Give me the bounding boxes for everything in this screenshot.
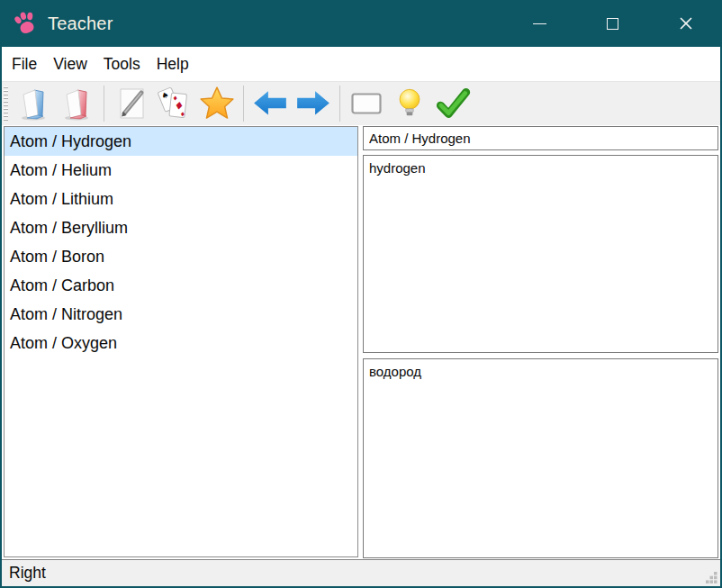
toolbar-button-folder-blue[interactable]	[13, 84, 56, 123]
maximize-icon	[607, 18, 618, 30]
toolbar-separator	[243, 86, 244, 122]
toolbar-separator	[339, 86, 340, 122]
status-text: Right	[9, 564, 46, 583]
window-title: Teacher	[48, 14, 113, 34]
checkmark-icon	[434, 85, 472, 122]
arrow-left-icon	[251, 85, 289, 122]
toolbar-button-blank-card[interactable]	[345, 84, 388, 123]
card-editor: hydrogen водород	[363, 126, 718, 558]
menubar: File View Tools Help	[2, 47, 720, 81]
list-item-oxygen[interactable]: Atom / Oxygen	[5, 329, 357, 357]
list-item-hydrogen[interactable]: Atom / Hydrogen	[5, 127, 357, 156]
toolbar-button-edit-card[interactable]	[109, 84, 152, 123]
toolbar: ♠ ♦ ♦ ♦	[2, 81, 720, 125]
toolbar-button-cards[interactable]: ♠ ♦ ♦ ♦	[152, 84, 195, 123]
star-icon	[198, 85, 236, 122]
folder-red-icon	[59, 86, 95, 122]
paw-icon	[12, 10, 39, 37]
menu-view[interactable]: View	[45, 50, 95, 79]
main-content: Atom / Hydrogen Atom / Helium Atom / Lit…	[2, 125, 720, 559]
toolbar-button-folder-red[interactable]	[56, 84, 99, 123]
card-title-input[interactable]	[363, 126, 718, 150]
list-item-carbon[interactable]: Atom / Carbon	[5, 271, 357, 300]
menu-help[interactable]: Help	[149, 50, 197, 79]
pencil-paper-icon	[113, 86, 149, 122]
toolbar-button-previous[interactable]	[248, 84, 292, 123]
toolbar-separator	[104, 86, 104, 122]
minimize-icon	[533, 23, 546, 24]
card-front-textarea[interactable]: hydrogen	[363, 155, 718, 353]
folder-blue-icon	[16, 86, 52, 122]
list-item-helium[interactable]: Atom / Helium	[5, 156, 357, 185]
list-item-lithium[interactable]: Atom / Lithium	[5, 185, 357, 213]
svg-text:♦: ♦	[179, 111, 185, 119]
window-body: File View Tools Help	[2, 47, 720, 586]
menu-file[interactable]: File	[4, 50, 45, 79]
toolbar-button-hint[interactable]	[388, 84, 431, 123]
toolbar-button-check[interactable]	[431, 84, 474, 123]
lightbulb-icon	[393, 86, 427, 121]
list-item-boron[interactable]: Atom / Boron	[5, 242, 357, 271]
maximize-button[interactable]	[576, 0, 649, 47]
list-item-nitrogen[interactable]: Atom / Nitrogen	[5, 300, 357, 329]
toolbar-button-star[interactable]	[195, 84, 239, 123]
titlebar: Teacher	[0, 0, 722, 47]
svg-text:♦: ♦	[172, 95, 178, 103]
menu-tools[interactable]: Tools	[95, 50, 149, 79]
toolbar-grip[interactable]	[4, 86, 8, 121]
blank-card-icon	[348, 86, 384, 122]
resize-grip-icon[interactable]	[706, 572, 717, 583]
minimize-button[interactable]	[503, 0, 576, 47]
arrow-right-icon	[294, 85, 332, 122]
statusbar: Right	[2, 559, 720, 586]
list-item-beryllium[interactable]: Atom / Beryllium	[5, 213, 357, 242]
close-icon	[679, 16, 693, 31]
card-list[interactable]: Atom / Hydrogen Atom / Helium Atom / Lit…	[4, 126, 358, 557]
playing-cards-icon: ♠ ♦ ♦ ♦	[156, 86, 192, 122]
card-back-textarea[interactable]: водород	[363, 358, 718, 558]
toolbar-button-next[interactable]	[292, 84, 335, 123]
close-button[interactable]	[649, 0, 722, 47]
